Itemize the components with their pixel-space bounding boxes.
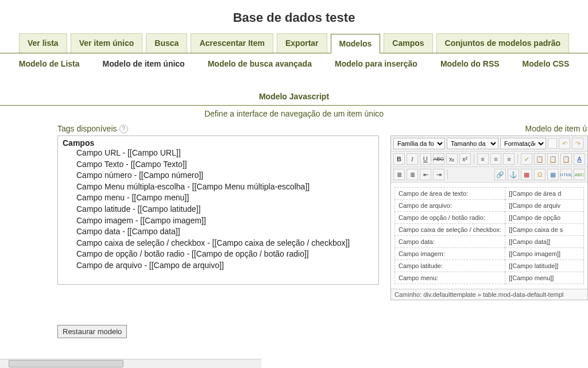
redo-icon[interactable]: ↷	[572, 138, 583, 149]
subscript-icon[interactable]: x₂	[446, 153, 458, 165]
align-right-icon[interactable]: ≡	[503, 153, 514, 165]
tab-template-sets[interactable]: Conjuntos de modelos padrão	[436, 33, 569, 53]
tag-item[interactable]: Campo de opção / botão radio - [[Campo d…	[63, 249, 374, 260]
font-size-select[interactable]: Tamanho da fo	[447, 138, 498, 149]
paste-text-icon[interactable]: 📋	[547, 153, 559, 165]
editor-toolbar-row-2: B I U ABC x₂ x² ≡ ≡ ≡ ✓ 📋 📋 📋 A	[391, 152, 587, 167]
font-family-select[interactable]: Família da font	[393, 138, 445, 149]
editor-element-path[interactable]: Caminho: div.defaulttemplate » table.mod…	[391, 289, 587, 300]
indent-icon[interactable]: ⇥	[433, 169, 444, 180]
tag-item[interactable]: Campo número - [[Campo número]]	[63, 170, 374, 181]
tag-item[interactable]: Campo Texto - [[Campo Texto]]	[63, 159, 374, 171]
secondary-tabs: Modelo de Lista Modelo de item único Mod…	[0, 53, 588, 106]
horizontal-scrollbar[interactable]	[0, 359, 261, 368]
outdent-icon[interactable]: ⇤	[420, 169, 431, 180]
tab-add-item[interactable]: Acrescentar Item	[191, 33, 273, 53]
italic-icon[interactable]: I	[407, 153, 418, 165]
paste-word-icon[interactable]: 📋	[560, 153, 572, 165]
spellcheck-icon[interactable]: ABC	[574, 169, 585, 180]
editor-toolbar-row-1: Família da font Tamanho da fo Formatação…	[391, 136, 587, 152]
template-description: Define a interface de navegação de um it…	[0, 106, 588, 124]
bold-icon[interactable]: B	[393, 153, 405, 165]
superscript-icon[interactable]: x²	[459, 153, 471, 165]
image-icon[interactable]: ▦	[521, 169, 532, 180]
text-color-icon[interactable]: A	[574, 153, 585, 165]
tab-export[interactable]: Exportar	[277, 33, 327, 53]
tags-available-label: Tags disponíveis ?	[57, 124, 379, 133]
number-list-icon[interactable]: ≣	[407, 169, 418, 180]
link-icon[interactable]: 🔗	[494, 169, 506, 180]
html-icon[interactable]: HTML	[560, 169, 572, 180]
clean-icon[interactable]: ✓	[521, 153, 532, 165]
editor-content-area[interactable]: Campo de área de texto:[[Campo de área d…	[391, 183, 587, 289]
table-row: Campo menu:[[Campo menu]]	[395, 272, 584, 284]
undo-icon[interactable]: ↶	[559, 138, 570, 149]
subtab-css-template[interactable]: Modelo CSS	[523, 59, 570, 68]
tags-section-header: Campos	[63, 138, 374, 148]
tag-item[interactable]: Campo imagem - [[Campo imagem]]	[63, 215, 374, 227]
tab-search[interactable]: Busca	[146, 33, 187, 53]
subtab-add-template[interactable]: Modelo para inserção	[335, 59, 417, 68]
tag-item[interactable]: Campo Menu múltipla-escolha - [[Campo Me…	[63, 181, 374, 193]
underline-icon[interactable]: U	[420, 153, 431, 165]
subtab-advanced-search[interactable]: Modelo de busca avançada	[208, 59, 312, 68]
table-icon[interactable]: ▦	[547, 169, 559, 180]
primary-tabs: Ver lista Ver item único Busca Acrescent…	[0, 33, 588, 53]
table-row: Campo latitude:[[Campo latitude]]	[395, 260, 584, 272]
subtab-js-template[interactable]: Modelo Javascript	[259, 92, 329, 101]
tag-item[interactable]: Campo menu - [[Campo menu]]	[63, 192, 374, 204]
table-row: Campo de opção / botão radio:[[Campo de …	[395, 212, 584, 224]
paste-icon[interactable]: 📋	[534, 153, 546, 165]
align-left-icon[interactable]: ≡	[477, 153, 489, 165]
tag-item[interactable]: Campo de arquivo - [[Campo de arquivo]]	[63, 260, 374, 272]
tag-item[interactable]: Campo URL - [[Campo URL]]	[63, 148, 374, 159]
tag-item[interactable]: Campo latitude - [[Campo latitude]]	[63, 204, 374, 215]
available-tags-list[interactable]: Campos Campo URL - [[Campo URL]] Campo T…	[57, 135, 379, 285]
strikethrough-icon[interactable]: ABC	[433, 153, 444, 165]
bullet-list-icon[interactable]: ≣	[393, 169, 405, 180]
template-table: Campo de área de texto:[[Campo de área d…	[394, 187, 584, 284]
table-row: Campo de arquivo:[[Campo de arquiv	[395, 200, 584, 212]
help-icon[interactable]: ?	[119, 125, 128, 133]
subtab-single-template[interactable]: Modelo de item único	[103, 59, 185, 68]
restore-template-button[interactable]: Restaurar modelo	[57, 325, 127, 338]
tab-templates[interactable]: Modelos	[331, 34, 381, 53]
table-row: Campo de área de texto:[[Campo de área d	[395, 188, 584, 200]
tag-item[interactable]: Campo data - [[Campo data]]	[63, 226, 374, 238]
tab-fields[interactable]: Campos	[384, 33, 432, 53]
subtab-list-template[interactable]: Modelo de Lista	[19, 59, 80, 68]
rich-text-editor: Família da font Tamanho da fo Formatação…	[390, 135, 588, 300]
format-select[interactable]: Formatação	[500, 138, 546, 149]
scrollbar-thumb[interactable]	[9, 360, 123, 367]
toolbar-spacer	[548, 138, 557, 149]
tag-item[interactable]: Campo caixa de seleção / checkbox - [[Ca…	[63, 238, 374, 249]
table-row: Campo data:[[Campo data]]	[395, 236, 584, 248]
subtab-rss-template[interactable]: Modelo do RSS	[440, 59, 500, 68]
anchor-icon[interactable]: ⚓	[508, 169, 519, 180]
page-title: Base de dados teste	[0, 0, 588, 33]
table-row: Campo caixa de seleção / checkbox:[[Camp…	[395, 224, 584, 236]
align-center-icon[interactable]: ≡	[490, 153, 502, 165]
table-row: Campo imagem:[[Campo imagem]]	[395, 248, 584, 260]
tab-view-single[interactable]: Ver item único	[71, 33, 143, 53]
tab-view-list[interactable]: Ver lista	[19, 33, 67, 53]
special-char-icon[interactable]: Ω	[534, 169, 546, 180]
editor-toolbar-row-3: ≣ ≣ ⇤ ⇥ 🔗 ⚓ ▦ Ω ▦ HTML ABC	[391, 167, 587, 183]
editor-label: Modelo de item ú	[390, 124, 588, 133]
